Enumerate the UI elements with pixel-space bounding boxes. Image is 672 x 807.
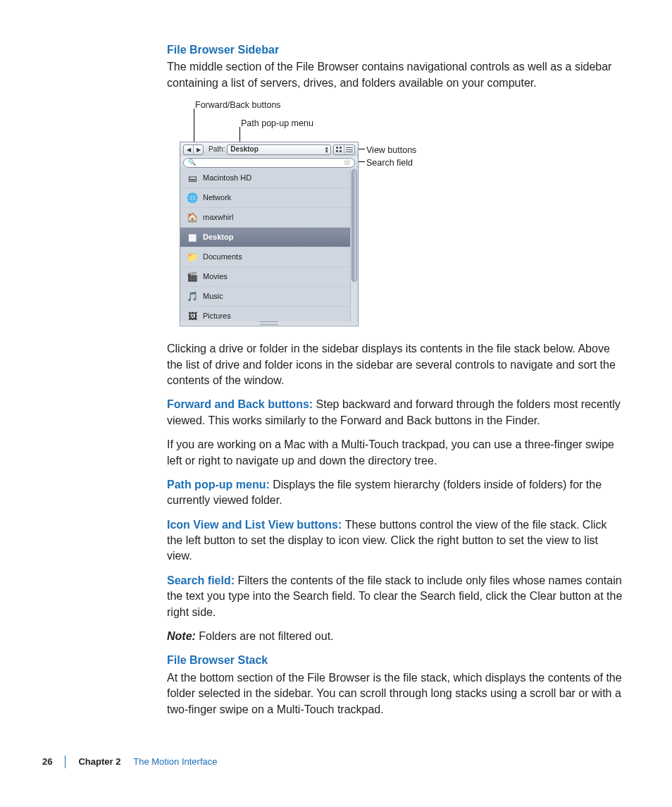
callout-path-popup: Path pop-up menu: [241, 118, 313, 130]
sidebar-item-desktop[interactable]: ▦Desktop: [180, 228, 350, 247]
path-label: Path:: [209, 144, 225, 154]
file-browser-panel: ◀ ▶ Path: Desktop ▴▾: [180, 142, 359, 326]
movies-icon: 🎬: [186, 271, 199, 283]
sidebar-item-label: Music: [203, 291, 223, 302]
file-browser-figure: Forward/Back buttons Path pop-up menu Vi…: [167, 99, 590, 328]
page-footer: 26 Chapter 2 The Motion Interface: [42, 756, 218, 768]
sidebar-item-maxwhirl[interactable]: 🏠maxwhirl: [180, 208, 350, 228]
path-popup-value: Desktop: [230, 144, 258, 154]
sidebar-item-label: maxwhirl: [203, 212, 233, 223]
page-number: 26: [42, 756, 52, 768]
para-path-popup: Path pop-up menu: Displays the file syst…: [167, 477, 625, 509]
para-note: Note: Folders are not filtered out.: [167, 629, 625, 644]
toolbar: ◀ ▶ Path: Desktop ▴▾: [180, 142, 358, 157]
sidebar-item-network[interactable]: 🌐Network: [180, 188, 350, 208]
path-popup-menu[interactable]: Desktop ▴▾: [227, 144, 331, 155]
para-view-buttons: Icon View and List View buttons: These b…: [167, 517, 625, 565]
callout-view-buttons: View buttons: [366, 144, 416, 157]
note-label: Note:: [167, 630, 199, 642]
chapter-title: The Motion Interface: [133, 756, 217, 767]
term-view-buttons: Icon View and List View buttons:: [167, 519, 345, 531]
sidebar-item-movies[interactable]: 🎬Movies: [180, 267, 350, 287]
nav-buttons[interactable]: ◀ ▶: [183, 144, 204, 155]
view-buttons[interactable]: [333, 144, 355, 155]
forward-button[interactable]: ▶: [194, 145, 203, 154]
sidebar-item-pictures[interactable]: 🖼Pictures: [180, 307, 350, 321]
icon-view-button[interactable]: [334, 145, 344, 154]
network-icon: 🌐: [186, 192, 199, 204]
sidebar-item-label: Pictures: [203, 311, 231, 321]
para-multitouch: If you are working on a Mac with a Multi…: [167, 437, 625, 469]
sidebar-item-label: Desktop: [203, 232, 233, 242]
callout-search-field: Search field: [366, 157, 413, 170]
para-search-field: Search field: Filters the contents of th…: [167, 573, 625, 620]
sidebar-item-label: Documents: [203, 252, 242, 262]
term-path-popup: Path pop-up menu:: [167, 479, 273, 491]
search-icon: 🔍: [188, 158, 196, 167]
updown-arrows-icon: ▴▾: [325, 146, 328, 153]
svg-rect-1: [340, 147, 342, 149]
section-heading-stack: File Browser Stack: [167, 653, 625, 668]
sidebar-item-macintosh-hd[interactable]: 🖴Macintosh HD: [180, 168, 350, 188]
resize-grip[interactable]: [260, 321, 278, 325]
sidebar-item-label: Network: [203, 192, 231, 203]
scroll-thumb[interactable]: [351, 169, 357, 282]
para-forward-back: Forward and Back buttons: Step backward …: [167, 397, 625, 429]
documents-icon: 📁: [186, 251, 199, 264]
svg-rect-4: [346, 147, 353, 148]
music-icon: 🎵: [186, 290, 199, 303]
macintosh-hd-icon: 🖴: [186, 172, 199, 185]
sidebar-item-music[interactable]: 🎵Music: [180, 287, 350, 307]
sidebar-item-label: Macintosh HD: [203, 173, 251, 183]
term-search-field: Search field:: [167, 574, 237, 586]
scrollbar[interactable]: [350, 168, 358, 321]
svg-rect-2: [336, 150, 338, 152]
intro-paragraph: The middle section of the File Browser c…: [167, 59, 625, 91]
svg-rect-0: [336, 147, 338, 149]
para-stack: At the bottom section of the File Browse…: [167, 670, 625, 717]
svg-rect-6: [346, 152, 353, 152]
sidebar-item-documents[interactable]: 📁Documents: [180, 247, 350, 267]
paragraph-after-figure: Clicking a drive or folder in the sideba…: [167, 341, 625, 388]
term-forward-back: Forward and Back buttons:: [167, 398, 316, 410]
list-icon: [346, 147, 353, 153]
grid-icon: [336, 147, 342, 153]
maxwhirl-icon: 🏠: [186, 211, 199, 224]
section-heading-sidebar: File Browser Sidebar: [167, 42, 625, 58]
desktop-icon: ▦: [186, 231, 199, 244]
svg-rect-5: [346, 149, 353, 150]
chapter-label: Chapter 2: [78, 756, 120, 767]
note-text: Folders are not filtered out.: [199, 630, 333, 642]
list-view-button[interactable]: [344, 145, 354, 154]
clear-search-icon[interactable]: ⓧ: [344, 159, 350, 166]
callout-forward-back: Forward/Back buttons: [195, 99, 281, 112]
back-button[interactable]: ◀: [184, 145, 194, 154]
pictures-icon: 🖼: [186, 310, 199, 322]
sidebar-list: 🖴Macintosh HD🌐Network🏠maxwhirl▦Desktop📁D…: [180, 168, 351, 321]
svg-rect-3: [340, 150, 342, 152]
search-input[interactable]: 🔍 ⓧ: [183, 158, 355, 168]
search-bar: 🔍 ⓧ: [180, 156, 358, 169]
sidebar-item-label: Movies: [203, 271, 228, 282]
